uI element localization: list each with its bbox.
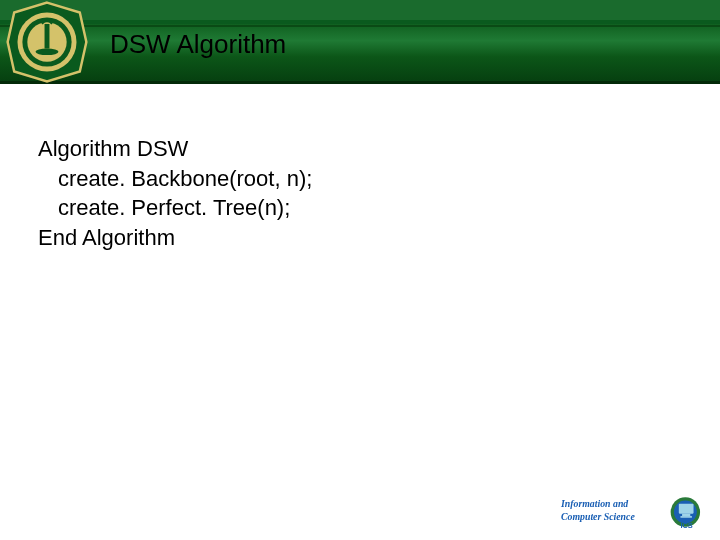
department-logo-icon: Information and Computer Science ICS [558,494,708,530]
footer-line2: Computer Science [561,511,635,522]
algorithm-line-3: create. Perfect. Tree(n); [38,193,682,223]
slide-title: DSW Algorithm [110,29,286,60]
footer-badge: ICS [680,521,692,530]
slide-header: DSW Algorithm [0,0,720,84]
svg-point-5 [36,49,59,56]
university-seal-icon [6,1,88,83]
footer-line1: Information and [560,498,629,509]
algorithm-line-2: create. Backbone(root, n); [38,164,682,194]
algorithm-line-4: End Algorithm [38,223,682,253]
svg-rect-4 [45,24,50,49]
slide-content: Algorithm DSW create. Backbone(root, n);… [0,84,720,253]
svg-rect-10 [680,516,691,518]
algorithm-line-1: Algorithm DSW [38,134,682,164]
svg-rect-8 [679,504,694,514]
svg-rect-9 [682,514,690,516]
